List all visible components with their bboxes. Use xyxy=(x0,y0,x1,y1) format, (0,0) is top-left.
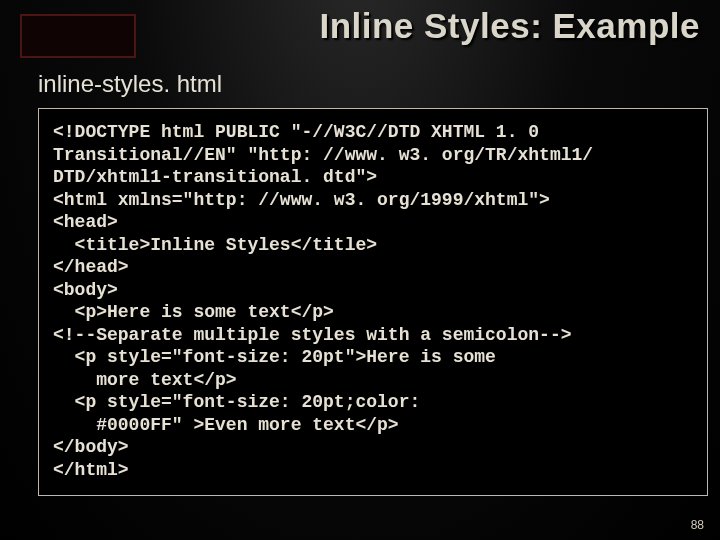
slide-number: 88 xyxy=(691,518,704,532)
slide-title: Inline Styles: Example xyxy=(0,6,720,46)
slide: Inline Styles: Example inline-styles. ht… xyxy=(0,0,720,540)
code-block: <!DOCTYPE html PUBLIC "-//W3C//DTD XHTML… xyxy=(38,108,708,496)
slide-subtitle: inline-styles. html xyxy=(38,70,222,98)
